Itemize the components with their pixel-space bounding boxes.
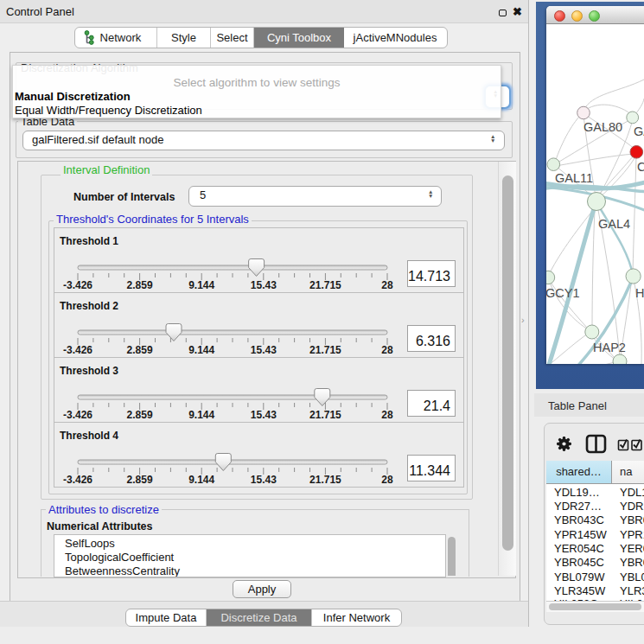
svg-text:2.859: 2.859: [127, 344, 153, 356]
svg-text:-3.426: -3.426: [63, 474, 92, 486]
svg-text:28: 28: [381, 409, 393, 421]
svg-text:9.144: 9.144: [188, 409, 214, 421]
svg-text:28: 28: [381, 344, 393, 356]
svg-text:GAL11: GAL11: [555, 171, 593, 185]
svg-text:HAP2: HAP2: [593, 341, 626, 354]
svg-text:9.144: 9.144: [188, 344, 214, 356]
svg-text:-3.426: -3.426: [63, 344, 92, 356]
svg-text:GA: GA: [634, 124, 644, 138]
svg-text:-3.426: -3.426: [63, 409, 92, 421]
svg-text:2.859: 2.859: [127, 409, 153, 421]
svg-text:GCY1: GCY1: [546, 286, 580, 300]
svg-text:H: H: [635, 286, 644, 300]
svg-text:28: 28: [381, 474, 393, 486]
svg-text:21.715: 21.715: [309, 474, 341, 486]
svg-text:28: 28: [381, 279, 393, 291]
svg-text:15.43: 15.43: [251, 279, 277, 291]
svg-text:21.715: 21.715: [309, 344, 341, 356]
svg-text:9.144: 9.144: [188, 474, 214, 486]
svg-text:15.43: 15.43: [251, 409, 277, 421]
svg-text:21.715: 21.715: [309, 279, 341, 291]
svg-text:GAL4: GAL4: [598, 217, 630, 231]
svg-text:2.859: 2.859: [127, 474, 153, 486]
svg-text:C: C: [637, 160, 644, 174]
svg-text:15.43: 15.43: [251, 474, 277, 486]
svg-text:-3.426: -3.426: [63, 279, 92, 291]
svg-text:9.144: 9.144: [188, 279, 214, 291]
svg-text:GAL80: GAL80: [583, 120, 622, 134]
svg-text:2.859: 2.859: [127, 279, 153, 291]
svg-text:15.43: 15.43: [251, 344, 277, 356]
svg-text:21.715: 21.715: [309, 409, 341, 421]
